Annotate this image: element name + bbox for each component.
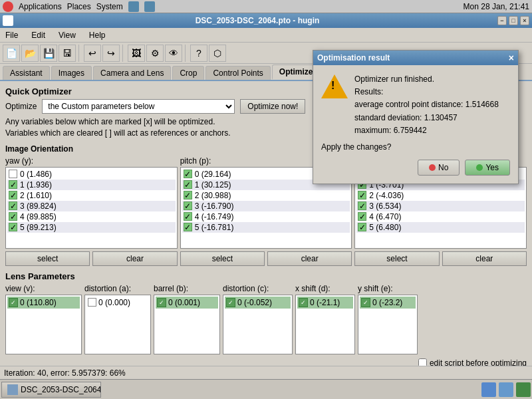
dialog-body: Optimizer run finished. Results: average… xyxy=(313,65,518,184)
dialog-buttons: No Yes xyxy=(321,160,510,176)
dialog-title-bar: Optimisation result × xyxy=(313,51,518,65)
dialog-no-button[interactable]: No xyxy=(418,160,460,176)
dialog-line1: Optimizer run finished. xyxy=(354,73,510,86)
no-dot-icon xyxy=(429,164,436,171)
dialog-line4: standard deviation: 1.130457 xyxy=(354,112,510,124)
volume-icon xyxy=(144,1,155,12)
dialog-close-button[interactable]: × xyxy=(509,53,514,63)
dialog-line2: Results: xyxy=(354,86,510,98)
dialog-line3: average control point distance: 1.514668 xyxy=(354,98,510,111)
dialog-content: Optimizer run finished. Results: average… xyxy=(321,73,510,137)
no-label: No xyxy=(438,163,448,172)
dialog-text: Optimizer run finished. Results: average… xyxy=(354,73,510,137)
places-menu[interactable]: Places xyxy=(67,2,91,11)
dialog-yes-button[interactable]: Yes xyxy=(465,160,510,176)
system-logo-icon xyxy=(3,1,13,12)
yes-dot-icon xyxy=(476,164,483,171)
dialog-apply-question: Apply the changes? xyxy=(321,142,510,152)
system-bar: Applications Places System Mon 28 Jan, 2… xyxy=(0,0,532,13)
dialog-title: Optimisation result xyxy=(317,53,509,63)
dialog-line5: maximum: 6.759442 xyxy=(354,124,510,137)
warning-icon xyxy=(321,73,348,100)
yes-label: Yes xyxy=(485,163,499,172)
dialog-overlay: Optimisation result × Optimizer run fini… xyxy=(0,13,532,399)
datetime: Mon 28 Jan, 21:41 xyxy=(464,2,529,11)
network-icon xyxy=(128,1,139,12)
optimization-dialog: Optimisation result × Optimizer run fini… xyxy=(313,50,519,184)
warning-triangle xyxy=(321,74,348,98)
app-window: DSC_2053-DSC_2064.pto - hugin − □ × File… xyxy=(0,13,532,399)
applications-menu[interactable]: Applications xyxy=(19,2,62,11)
system-menu[interactable]: System xyxy=(96,2,123,11)
